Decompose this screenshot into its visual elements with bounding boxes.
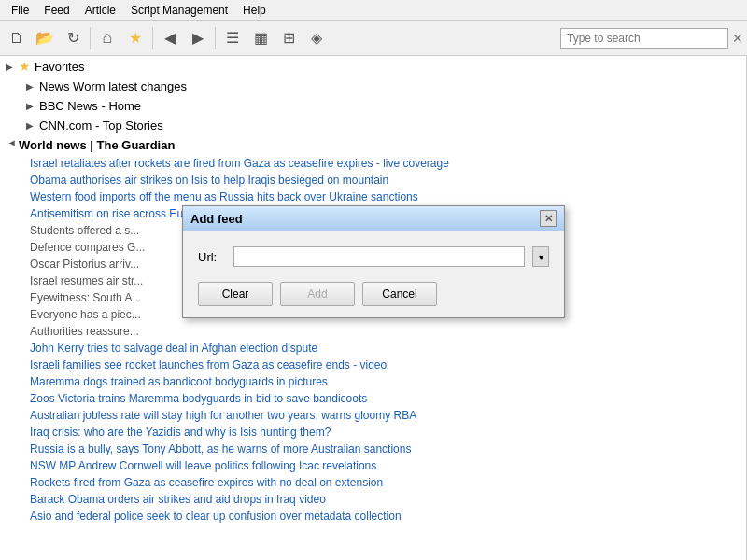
url-row: Url: ▾ [198,246,549,267]
url-label: Url: [198,250,226,264]
dialog-titlebar: Add feed ✕ [183,206,564,231]
url-input[interactable] [233,246,525,267]
dialog-title: Add feed [190,212,243,226]
clear-button[interactable]: Clear [198,282,273,306]
dialog-close-button[interactable]: ✕ [540,210,557,227]
dialog-buttons: Clear Add Cancel [198,282,549,306]
url-dropdown-arrow[interactable]: ▾ [532,246,549,267]
add-feed-dialog: Add feed ✕ Url: ▾ Clear Add Cancel [182,205,565,318]
dialog-body: Url: ▾ Clear Add Cancel [183,231,564,317]
add-button[interactable]: Add [280,282,355,306]
cancel-button[interactable]: Cancel [362,282,437,306]
